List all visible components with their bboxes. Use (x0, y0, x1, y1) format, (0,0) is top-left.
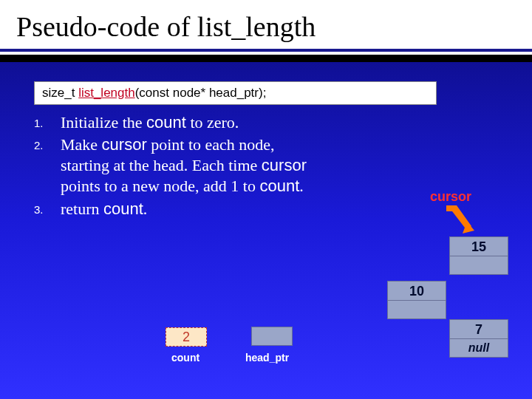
sig-return: size_t (42, 86, 78, 100)
signature-box: size_t list_length(const node* head_ptr)… (34, 81, 437, 105)
list-node: 15 (449, 236, 508, 275)
step-text: return count. (61, 199, 315, 219)
list-node: 10 (387, 281, 446, 319)
divider-bottom (0, 55, 532, 62)
node-value: 7 (450, 320, 508, 339)
step-number: 3. (34, 199, 61, 219)
step-item: 3. return count. (34, 199, 315, 219)
node-value: 10 (388, 282, 446, 301)
node-pointer (388, 301, 446, 319)
node-pointer (450, 256, 508, 275)
step-number: 2. (34, 134, 61, 197)
node-null: null (450, 339, 508, 357)
slide-title: Pseudo-code of list_length (16, 10, 516, 43)
arrow-icon (442, 204, 474, 233)
steps-list: 1. Initialize the count to zero. 2. Make… (34, 112, 315, 221)
slide: Pseudo-code of list_length size_t list_l… (0, 0, 532, 399)
step-text: Initialize the count to zero. (61, 112, 315, 133)
node-value: 15 (450, 237, 508, 256)
head-ptr-label: head_ptr (245, 352, 289, 364)
count-box: 2 (166, 327, 207, 347)
title-block: Pseudo-code of list_length (0, 0, 532, 49)
sig-fn: list_length (78, 86, 135, 100)
step-item: 1. Initialize the count to zero. (34, 112, 315, 133)
list-node: 7 null (449, 319, 508, 358)
cursor-label: cursor (430, 189, 471, 205)
step-item: 2. Make cursor point to each node, start… (34, 134, 315, 197)
sig-args: (const node* head_ptr); (135, 86, 267, 100)
head-ptr-box (251, 327, 293, 346)
count-label: count (171, 352, 200, 364)
step-number: 1. (34, 112, 61, 133)
step-text: Make cursor point to each node, starting… (61, 134, 315, 197)
